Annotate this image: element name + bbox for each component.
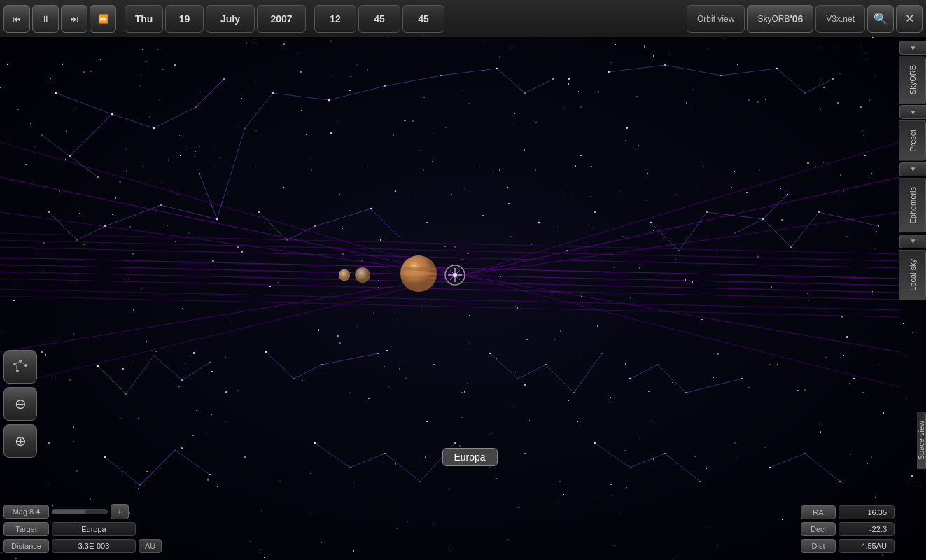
- skyorb-tab-arrow[interactable]: ▼: [899, 41, 926, 55]
- svg-line-232: [462, 142, 899, 275]
- svg-point-90: [703, 166, 703, 167]
- svg-point-134: [244, 456, 246, 458]
- skyorb-tab[interactable]: SkyORB: [899, 56, 926, 104]
- minute-button[interactable]: 45: [358, 5, 400, 33]
- ephemeris-tab[interactable]: Ephemeris: [899, 178, 926, 233]
- svg-line-178: [371, 209, 399, 237]
- preset-tab[interactable]: Preset: [899, 120, 926, 161]
- day-of-week-button[interactable]: Thu: [125, 5, 163, 33]
- svg-point-14: [300, 71, 302, 73]
- svg-point-16: [356, 64, 357, 65]
- svg-point-241: [400, 276, 437, 279]
- space-view-tab[interactable]: Space view: [917, 412, 926, 469]
- search-button[interactable]: 🔍: [867, 5, 894, 33]
- rewind-button[interactable]: ⏮: [3, 5, 30, 33]
- distance-unit: AU: [139, 539, 162, 553]
- svg-point-148: [734, 442, 735, 443]
- svg-point-56: [622, 236, 623, 237]
- svg-line-204: [385, 454, 420, 482]
- svg-line-202: [315, 443, 350, 468]
- svg-line-231: [462, 212, 899, 275]
- constellation-button[interactable]: [3, 350, 37, 384]
- target-row: Target Europa: [3, 522, 162, 536]
- zoom-in-icon: ⊕: [15, 433, 27, 449]
- svg-point-251: [24, 364, 27, 367]
- svg-line-179: [651, 223, 679, 251]
- svg-point-121: [713, 353, 714, 354]
- close-button[interactable]: ✕: [896, 5, 923, 33]
- zoom-out-icon: ⊖: [15, 396, 27, 412]
- preset-tab-arrow[interactable]: ▼: [899, 105, 926, 119]
- svg-point-46: [342, 253, 344, 255]
- second-button[interactable]: 45: [402, 5, 444, 33]
- svg-point-34: [860, 106, 862, 108]
- svg-line-196: [630, 365, 658, 379]
- preset-tab-label: Preset: [909, 130, 917, 152]
- svg-point-64: [846, 236, 847, 237]
- svg-line-229: [0, 275, 462, 387]
- svg-line-201: [175, 450, 210, 475]
- ephemeris-tab-arrow[interactable]: ▼: [899, 162, 926, 176]
- zoom-in-button[interactable]: ⊕: [3, 424, 37, 458]
- svg-line-165: [385, 76, 441, 86]
- svg-point-69: [115, 197, 116, 199]
- svg-line-159: [609, 65, 665, 72]
- svg-line-254: [22, 362, 24, 365]
- europa-name: Europa: [454, 451, 486, 463]
- hour-button[interactable]: 12: [314, 5, 356, 33]
- svg-line-156: [196, 79, 224, 107]
- svg-line-180: [679, 212, 707, 251]
- svg-line-164: [329, 86, 385, 100]
- play-button[interactable]: ⏭: [61, 5, 87, 33]
- svg-point-88: [647, 173, 648, 174]
- svg-line-163: [805, 79, 833, 93]
- svg-point-110: [405, 378, 406, 379]
- svg-line-228: [0, 275, 462, 352]
- skyorb-button[interactable]: SkyORB'06: [747, 5, 813, 33]
- svg-line-182: [763, 219, 791, 247]
- left-controls: ⊖ ⊕: [3, 350, 37, 458]
- pause-button[interactable]: ⏸: [32, 5, 59, 33]
- svg-line-161: [721, 69, 777, 76]
- svg-line-230: [462, 177, 899, 275]
- svg-line-234: [462, 275, 899, 387]
- svg-point-53: [538, 222, 540, 224]
- day-button[interactable]: 19: [165, 5, 204, 33]
- svg-line-191: [322, 354, 378, 365]
- local-sky-tab-arrow[interactable]: ▼: [899, 234, 926, 248]
- ephemeris-tab-label: Ephemeris: [909, 187, 917, 224]
- month-button[interactable]: July: [206, 5, 255, 33]
- svg-point-135: [279, 481, 280, 482]
- v3x-button[interactable]: V3x.net: [815, 5, 865, 33]
- svg-line-203: [350, 454, 385, 468]
- magnitude-slider[interactable]: [52, 509, 108, 514]
- local-sky-tab[interactable]: Local sky: [899, 250, 926, 300]
- svg-point-77: [339, 194, 340, 195]
- svg-point-24: [580, 106, 581, 107]
- magnitude-plus-button[interactable]: +: [111, 504, 129, 519]
- zoom-out-button[interactable]: ⊖: [3, 387, 37, 421]
- svg-point-82: [479, 166, 479, 167]
- svg-line-225: [0, 177, 462, 275]
- svg-point-28: [692, 89, 693, 90]
- fast-forward-button[interactable]: ⏩: [90, 5, 116, 33]
- svg-point-38: [132, 253, 134, 255]
- svg-point-152: [871, 456, 871, 457]
- svg-point-85: [563, 194, 563, 195]
- svg-line-162: [777, 69, 805, 93]
- svg-line-170: [42, 135, 70, 156]
- svg-point-98: [69, 379, 70, 380]
- year-button[interactable]: 2007: [257, 5, 306, 33]
- svg-point-123: [769, 364, 770, 365]
- svg-point-249: [13, 363, 16, 365]
- svg-point-8: [125, 148, 126, 149]
- dist-row: Dist 4.55AU: [801, 539, 895, 553]
- orbit-view-button[interactable]: Orbit view: [687, 5, 745, 33]
- svg-line-168: [525, 79, 553, 93]
- svg-line-189: [266, 352, 294, 379]
- toolbar: ⏮ ⏸ ⏭ ⏩ Thu 19 July 2007 12 45 45 Orbit …: [0, 0, 926, 37]
- svg-point-49: [426, 222, 428, 223]
- svg-point-112: [461, 392, 463, 393]
- svg-point-81: [451, 194, 452, 195]
- svg-line-173: [105, 205, 161, 226]
